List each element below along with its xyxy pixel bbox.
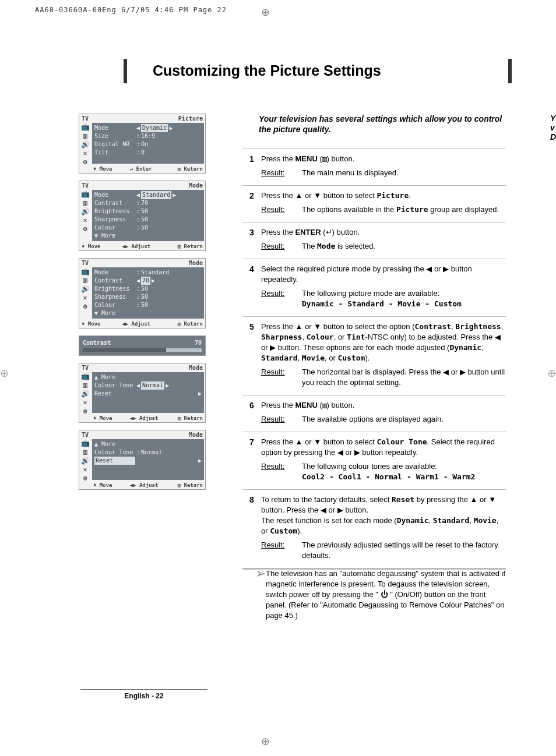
step-content: Press the ENTER (↵) button.Result:The Mo… [261, 227, 506, 252]
page-footer: English - 22 [80, 689, 207, 700]
step-content: Press the ▲ or ▼ button to select Pictur… [261, 190, 506, 215]
step-8: 8To return to the factory defaults, sele… [242, 489, 506, 570]
osd-screen-mode-1: TVMode 📺▥🔊✕⚙ Mode◀ Standard ▶ Contrast: … [79, 181, 206, 251]
result-text: The options available in the Picture gro… [302, 204, 506, 215]
register-mark-right: ⊕ [547, 367, 556, 380]
step-content: Press the ▲ or ▼ button to select the op… [261, 322, 506, 388]
step-number: 5 [242, 322, 261, 388]
osd-screen-reset: TVMode 📺▥🔊✕⚙ ▲ More Colour Tone: Normal … [79, 430, 206, 490]
osd-screen-mode-2: TVMode 📺▥🔊✕⚙ Mode: Standard Contrast◀ 70… [79, 258, 206, 328]
step-number: 8 [242, 494, 261, 561]
step-2: 2Press the ▲ or ▼ button to select Pictu… [242, 185, 506, 222]
page-title: Customizing the Picture Settings [153, 62, 381, 79]
sound-icon: 🔊 [79, 140, 91, 149]
osd-contrast-bar: Contrast70 [79, 335, 206, 356]
result-text: The Mode is selected. [302, 241, 506, 252]
osd-column: TVPicture 📺 ▥ 🔊 ✕ ⚙ Mode◀ Dynamic ▶ Size… [79, 114, 210, 497]
steps-list: 1Press the MENU (▥) button.Result:The ma… [242, 149, 506, 570]
step-number: 1 [242, 154, 261, 178]
note-box: ➢ The television has an "automatic degau… [255, 568, 506, 621]
osd-title: Picture [178, 115, 203, 122]
step-number: 4 [242, 264, 261, 309]
step-content: Select the required picture mode by pres… [261, 264, 506, 309]
osd-screen-picture: TVPicture 📺 ▥ 🔊 ✕ ⚙ Mode◀ Dynamic ▶ Size… [79, 114, 206, 174]
step-3: 3Press the ENTER (↵) button.Result:The M… [242, 222, 506, 259]
result-text: The previously adjusted settings will be… [302, 540, 506, 561]
step-instruction: Press the ▲ or ▼ button to select the op… [261, 322, 506, 363]
bar-track [83, 348, 202, 352]
step-instruction: Press the ▲ or ▼ button to select Colour… [261, 437, 506, 458]
step-instruction: Press the MENU (▥) button. [261, 154, 506, 164]
register-mark-bottom: ⊕ [261, 735, 270, 748]
result-text: The main menu is displayed. [302, 168, 506, 178]
step-content: Press the MENU (▥) button.Result:The mai… [261, 154, 506, 178]
setup-icon: ⚙ [79, 158, 91, 167]
cutoff-text: Y v D [550, 114, 556, 236]
result-text: The available options are displayed agai… [302, 414, 506, 425]
step-instruction: Press the ▲ or ▼ button to select Pictur… [261, 190, 506, 201]
step-number: 3 [242, 227, 261, 252]
step-number: 6 [242, 400, 261, 425]
osd-tv-label: TV [82, 115, 89, 122]
step-7: 7Press the ▲ or ▼ button to select Colou… [242, 432, 506, 489]
osd-body: Mode◀ Dynamic ▶ Size: 16:9 Digital NR: O… [92, 123, 204, 164]
result-label: Result: [261, 414, 302, 425]
tv-icon: 📺 [79, 123, 91, 132]
step-1: 1Press the MENU (▥) button.Result:The ma… [242, 149, 506, 185]
step-6: 6Press the MENU (▥) button.Result:The av… [242, 395, 506, 432]
step-instruction: Select the required picture mode by pres… [261, 264, 506, 285]
bar-fill [83, 348, 166, 352]
step-instruction: To return to the factory defaults, selec… [261, 494, 506, 536]
step-instruction: Press the ENTER (↵) button. [261, 227, 506, 238]
result-label: Result: [261, 540, 302, 561]
result-text: The horizontal bar is displayed. Press t… [302, 367, 506, 388]
step-number: 2 [242, 190, 261, 215]
result-label: Result: [261, 204, 302, 215]
title-bar: Customizing the Picture Settings [124, 59, 512, 83]
register-mark-left: ⊕ [0, 367, 9, 380]
step-4: 4Select the required picture mode by pre… [242, 259, 506, 316]
step-instruction: Press the MENU (▥) button. [261, 400, 506, 411]
result-label: Result: [261, 168, 302, 178]
step-number: 7 [242, 437, 261, 482]
osd-icon-col: 📺 ▥ 🔊 ✕ ⚙ [79, 123, 91, 167]
note-arrow-icon: ➢ [255, 568, 266, 621]
result-label: Result: [261, 241, 302, 252]
register-mark-top: ⊕ [261, 6, 270, 19]
bar-label: Contrast [83, 340, 111, 346]
intro-text: Your television has several settings whi… [259, 114, 504, 135]
note-text: The television has an "automatic degauss… [266, 568, 506, 621]
result-label: Result: [261, 288, 302, 309]
title-bar-right [508, 59, 512, 83]
step-content: Press the ▲ or ▼ button to select Colour… [261, 437, 506, 482]
result-label: Result: [261, 461, 302, 482]
picture-icon: ▥ [79, 132, 91, 140]
title-bar-left [124, 59, 127, 83]
osd-screen-colourtone: TVMode 📺▥🔊✕⚙ ▲ More Colour Tone◀ Normal … [79, 363, 206, 423]
step-5: 5Press the ▲ or ▼ button to select the o… [242, 316, 506, 395]
osd-footer: ♦ Move↵ Enter▥ Return [91, 165, 205, 173]
result-text: The following picture mode are available… [302, 288, 506, 309]
result-text: The following colour tones are available… [302, 461, 506, 482]
cancel-icon: ✕ [79, 149, 91, 158]
step-content: Press the MENU (▥) button.Result:The ava… [261, 400, 506, 425]
result-label: Result: [261, 367, 302, 388]
step-content: To return to the factory defaults, selec… [261, 494, 506, 561]
slug-line: AA68-03660A-00Eng 6/7/05 4:46 PM Page 22 [35, 6, 227, 14]
bar-value: 70 [195, 340, 202, 346]
